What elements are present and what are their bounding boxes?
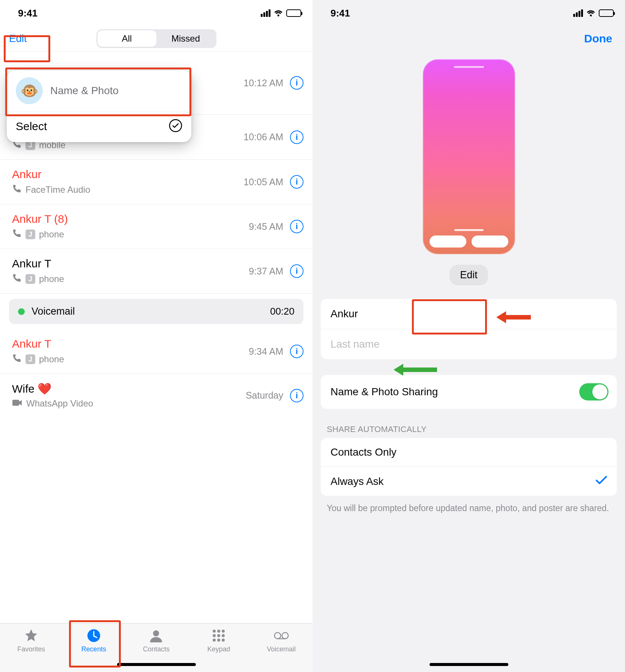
battery-icon	[286, 9, 301, 17]
checkmark-icon	[596, 475, 607, 488]
tab-recents[interactable]: Recents	[75, 628, 113, 653]
name-and-photo-label: Name & Photo	[50, 85, 119, 97]
svg-point-3	[153, 630, 159, 636]
phone-incoming-icon	[12, 228, 22, 240]
segment-missed[interactable]: Missed	[156, 30, 215, 47]
call-time: 10:12 AM	[243, 78, 283, 88]
tab-label: Recents	[81, 645, 106, 653]
name-form: Ankur Last name	[321, 299, 617, 359]
sharing-label: Name & Photo Sharing	[331, 386, 438, 398]
call-time: 10:06 AM	[243, 132, 283, 142]
recents-filter-segment[interactable]: All Missed	[96, 29, 216, 48]
option-always-ask[interactable]: Always Ask	[321, 467, 617, 496]
recents-screen: 9:41 Edit All Missed 🐵 Name & Photo Sele…	[0, 0, 312, 672]
status-icons	[573, 8, 614, 19]
sharing-toggle[interactable]	[579, 383, 608, 400]
wifi-icon	[586, 8, 596, 19]
svg-point-11	[217, 639, 220, 642]
tab-favorites[interactable]: Favorites	[12, 628, 50, 653]
svg-point-10	[213, 639, 216, 642]
svg-point-14	[282, 633, 288, 639]
phone-incoming-icon	[12, 353, 22, 365]
annotation-green-arrow	[394, 364, 437, 376]
tab-keypad[interactable]: Keypad	[200, 628, 237, 653]
carrier-badge: J	[26, 354, 35, 364]
voicemail-icon	[274, 628, 289, 643]
video-icon	[12, 398, 23, 409]
wifi-icon	[273, 8, 283, 19]
info-icon[interactable]: i	[290, 389, 303, 402]
voicemail-dot-icon	[18, 308, 25, 315]
call-sub: Jphone	[12, 273, 64, 285]
sharing-footer-note: You will be prompted before updated name…	[327, 502, 611, 514]
phone-incoming-icon	[12, 273, 22, 285]
tab-voicemail[interactable]: Voicemail	[263, 628, 300, 653]
voicemail-duration: 00:20	[270, 306, 294, 317]
call-row[interactable]: Wife ❤️WhatsApp VideoSaturdayi	[0, 374, 312, 417]
call-sub: FaceTime Audio	[12, 184, 90, 196]
tab-label: Favorites	[17, 645, 45, 653]
svg-point-6	[222, 630, 225, 633]
call-time: Saturday	[246, 390, 283, 401]
call-name: Ankur T (8)	[12, 213, 68, 225]
sharing-toggle-row: Name & Photo Sharing	[321, 375, 617, 409]
tab-label: Contacts	[143, 645, 170, 653]
svg-point-5	[217, 630, 220, 633]
status-time: 9:41	[15, 8, 38, 19]
svg-point-12	[222, 639, 225, 642]
select-row[interactable]: Select	[7, 111, 191, 142]
edit-header: Done	[312, 26, 625, 51]
info-icon[interactable]: i	[290, 220, 303, 233]
call-name: Ankur T	[12, 338, 64, 350]
call-row[interactable]: Ankur TJphone9:34 AMi	[0, 329, 312, 374]
info-icon[interactable]: i	[290, 264, 303, 278]
contact-poster-preview[interactable]	[423, 59, 515, 254]
name-photo-screen: 9:41 Done Edit Ankur Last name Name & Ph…	[312, 0, 625, 672]
tab-label: Keypad	[207, 645, 230, 653]
home-indicator	[430, 663, 508, 666]
option-contacts-only[interactable]: Contacts Only	[321, 438, 617, 467]
svg-rect-1	[12, 400, 19, 406]
edit-button[interactable]: Edit	[9, 33, 27, 45]
call-time: 9:34 AM	[249, 346, 283, 357]
avatar-icon: 🐵	[16, 77, 43, 104]
name-and-photo-row[interactable]: 🐵 Name & Photo	[7, 70, 191, 111]
tab-contacts[interactable]: Contacts	[137, 628, 175, 653]
svg-point-8	[217, 634, 220, 637]
share-section-header: SHARE AUTOMATICALLY	[327, 424, 611, 434]
edit-poster-button[interactable]: Edit	[449, 265, 488, 285]
svg-point-4	[213, 630, 216, 633]
info-icon[interactable]: i	[290, 175, 303, 189]
call-time: 9:45 AM	[249, 221, 283, 232]
call-sub: WhatsApp Video	[12, 398, 93, 409]
info-icon[interactable]: i	[290, 130, 303, 144]
svg-point-13	[274, 633, 281, 639]
call-row[interactable]: AnkurFaceTime Audio10:05 AMi	[0, 160, 312, 204]
call-row[interactable]: Ankur TJphone9:37 AMi	[0, 249, 312, 294]
last-name-field[interactable]: Last name	[321, 329, 617, 359]
first-name-field[interactable]: Ankur	[321, 299, 617, 329]
svg-point-9	[222, 634, 225, 637]
carrier-badge: J	[26, 274, 35, 284]
voicemail-pill[interactable]: Voicemail00:20	[9, 299, 303, 324]
battery-icon	[599, 9, 614, 17]
status-bar: 9:41	[0, 0, 312, 26]
keypad-icon	[211, 628, 226, 643]
done-button[interactable]: Done	[584, 32, 612, 45]
svg-point-7	[213, 634, 216, 637]
call-name: Wife ❤️	[12, 382, 93, 395]
select-label: Select	[16, 120, 47, 133]
carrier-badge: J	[26, 230, 35, 239]
segment-all[interactable]: All	[98, 30, 156, 47]
voicemail-label: Voicemail	[32, 306, 75, 317]
info-icon[interactable]: i	[290, 76, 303, 90]
cell-signal-icon	[261, 9, 270, 17]
annotation-red-arrow	[496, 311, 531, 323]
star-icon	[24, 628, 39, 643]
info-icon[interactable]: i	[290, 345, 303, 358]
call-row[interactable]: Ankur T (8)Jphone9:45 AMi	[0, 204, 312, 249]
svg-point-0	[170, 120, 182, 132]
call-sub: Jphone	[12, 228, 68, 240]
share-options: Contacts Only Always Ask	[321, 438, 617, 496]
call-sub: Jphone	[12, 353, 64, 365]
